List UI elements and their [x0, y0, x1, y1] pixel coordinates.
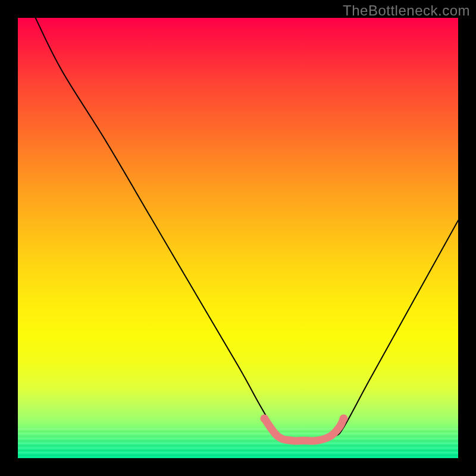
- bottleneck-curve-path: [36, 18, 458, 441]
- chart-frame: TheBottleneck.com: [0, 0, 476, 476]
- watermark-text: TheBottleneck.com: [343, 2, 470, 19]
- overlay-end-dot: [340, 414, 348, 422]
- plot-area: [18, 18, 458, 458]
- overlay-end-dot: [260, 414, 268, 422]
- optimal-overlay-dots: [260, 414, 347, 422]
- optimal-overlay-path: [264, 418, 343, 441]
- chart-svg: [18, 18, 458, 458]
